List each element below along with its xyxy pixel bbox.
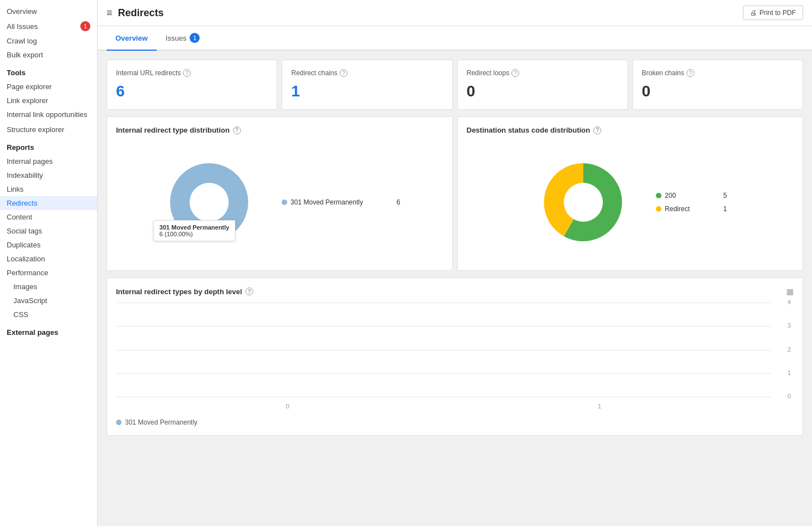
stat-value-1: 1 [291,82,443,100]
legend-item-0: 301 Moved Permanently 6 [282,198,400,206]
stat-broken-chains: Broken chains ? 0 [632,60,803,110]
tab-issues[interactable]: Issues 1 [157,26,209,51]
x-axis: 0 1 [116,403,771,410]
main-content: ≡ Redirects 🖨 Print to PDF Overview Issu… [98,0,812,526]
stat-internal-url-redirects: Internal URL redirects ? 6 [107,60,277,110]
stat-value-0: 6 [116,82,268,100]
sidebar-item-internal-pages[interactable]: Internal pages [0,154,97,168]
stats-row: Internal URL redirects ? 6 Redirect chai… [107,60,803,110]
sidebar-item-page-explorer[interactable]: Page explorer [0,80,97,94]
print-icon: 🖨 [750,9,757,17]
external-pages-header: External pages [0,322,97,339]
sidebar-item-javascript[interactable]: JavaScript [0,294,97,308]
info-icon-2[interactable]: ? [511,69,519,77]
destination-chart-title: Destination status code distribution ? [467,126,794,134]
tabs-bar: Overview Issues 1 [98,26,812,51]
destination-legend-item-1: Redirect 1 [656,205,727,213]
sidebar-item-localization[interactable]: Localization [0,252,97,266]
sidebar-item-performance[interactable]: Performance [0,266,97,280]
info-icon-1[interactable]: ? [340,69,347,77]
sidebar-item-all-issues[interactable]: All Issues 1 [0,18,97,34]
all-issues-badge: 1 [80,21,90,31]
destination-donut-svg [533,152,634,252]
bar-chart-icon[interactable]: ▦ [786,287,794,296]
print-to-pdf-button[interactable]: 🖨 Print to PDF [743,6,803,20]
sidebar-item-bulk-export[interactable]: Bulk export [0,48,97,62]
destination-info-icon[interactable]: ? [593,126,601,134]
hamburger-icon[interactable]: ≡ [107,7,113,19]
destination-chart-inner: 200 5 Redirect 1 [467,143,794,261]
legend-count-0: 6 [397,198,400,206]
destination-chart-card: Destination status code distribution ? [457,116,804,271]
destination-donut-container [533,152,634,252]
grid-label-1: 1 [787,369,791,376]
sidebar-item-links[interactable]: Links [0,182,97,196]
x-label-1: 1 [496,403,704,410]
sidebar-item-redirects[interactable]: Redirects [0,196,97,210]
stat-redirect-loops: Redirect loops ? 0 [457,60,628,110]
sidebar-item-indexability[interactable]: Indexability [0,168,97,182]
destination-donut-hole [564,183,603,222]
donut-info-icon[interactable]: ? [233,126,241,134]
page-title: Redirects [118,7,164,19]
destination-legend-item-0: 200 5 [656,192,727,199]
destination-legend: 200 5 Redirect 1 [656,192,727,213]
bars-container [116,303,771,397]
destination-dot-1 [656,206,661,212]
bar-chart-legend: 301 Moved Permanently [116,418,794,426]
stat-value-2: 0 [467,82,618,100]
tab-overview[interactable]: Overview [107,26,157,51]
bar-legend-label: 301 Moved Permanently [125,418,197,426]
grid-label-3: 3 [787,322,791,329]
sidebar-item-link-explorer[interactable]: Link explorer [0,94,97,108]
content-area: Internal URL redirects ? 6 Redirect chai… [98,51,812,451]
donut-legend: 301 Moved Permanently 6 [282,198,400,206]
reports-header: Reports [0,137,97,154]
grid-label-0: 0 [787,393,791,400]
destination-dot-0 [656,193,661,198]
issues-badge: 1 [190,33,200,43]
charts-row: Internal redirect type distribution ? 30… [107,116,803,271]
bar-chart-info-icon[interactable]: ? [245,288,253,295]
grid-label-4: 4 [787,299,791,305]
donut-chart-title: Internal redirect type distribution ? [116,126,443,134]
bar-chart-area: 4 3 2 1 0 0 1 [116,303,794,414]
header-left: ≡ Redirects [107,7,164,19]
destination-count-1: 1 [723,205,727,213]
sidebar-item-images[interactable]: Images [0,280,97,294]
sidebar-item-css[interactable]: CSS [0,308,97,322]
bar-legend-dot [116,420,122,425]
grid-label-2: 2 [787,346,791,353]
sidebar-item-content[interactable]: Content [0,210,97,224]
sidebar: Overview All Issues 1 Crawl log Bulk exp… [0,0,98,526]
sidebar-item-social-tags[interactable]: Social tags [0,224,97,238]
sidebar-item-crawl-log[interactable]: Crawl log [0,34,97,48]
sidebar-item-duplicates[interactable]: Duplicates [0,238,97,252]
tools-header: Tools [0,62,97,80]
bar-chart-title: Internal redirect types by depth level ? [116,288,253,296]
tooltip-label: 301 Moved Permanently [160,224,229,231]
stat-redirect-chains: Redirect chains ? 1 [282,60,452,110]
x-label-0: 0 [184,403,392,410]
destination-count-0: 5 [723,192,727,199]
stat-value-3: 0 [642,82,794,100]
info-icon-3[interactable]: ? [687,69,694,77]
donut-svg-container: 301 Moved Permanently 6 (100.00%) [159,152,259,252]
page-header: ≡ Redirects 🖨 Print to PDF [98,0,812,26]
sidebar-item-overview[interactable]: Overview [0,4,97,18]
donut-chart-inner: 301 Moved Permanently 6 (100.00%) 301 Mo… [116,143,443,261]
legend-dot-0 [282,199,287,205]
tooltip-value: 6 (100.00%) [160,231,193,237]
bar-chart-header: Internal redirect types by depth level ?… [116,287,794,296]
donut-hole [190,183,229,222]
donut-tooltip: 301 Moved Permanently 6 (100.00%) [153,220,235,241]
info-icon-0[interactable]: ? [183,69,191,77]
donut-chart-card: Internal redirect type distribution ? 30… [107,116,453,271]
sidebar-item-internal-link-opp[interactable]: Internal link opportunities [0,108,97,123]
sidebar-item-structure-explorer[interactable]: Structure explorer [0,123,97,137]
bar-chart-card: Internal redirect types by depth level ?… [107,277,803,436]
